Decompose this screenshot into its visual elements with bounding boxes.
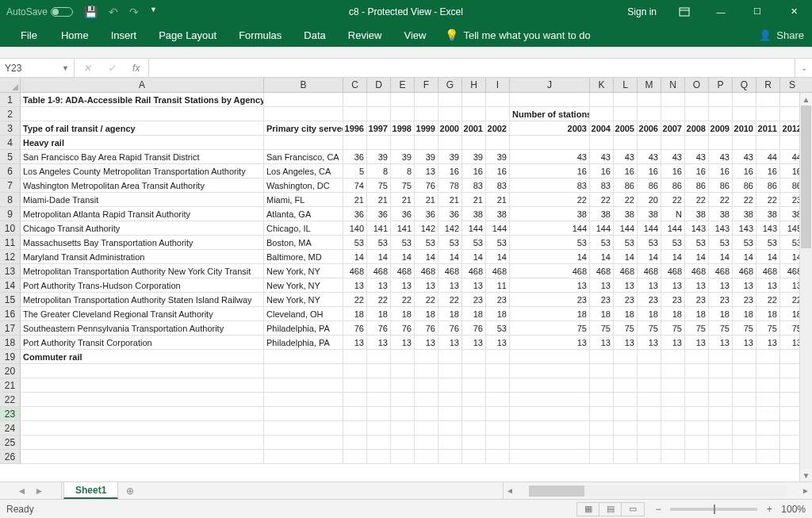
value-cell[interactable]: 76 — [367, 321, 391, 336]
city-name[interactable]: New York, NY — [264, 264, 343, 278]
cell[interactable] — [590, 136, 614, 150]
value-cell[interactable]: 36 — [415, 207, 439, 221]
value-cell[interactable]: 16 — [756, 164, 780, 178]
value-cell[interactable]: 36 — [343, 150, 367, 164]
value-cell[interactable]: 14 — [462, 250, 486, 264]
agency-name[interactable]: Miami-Dade Transit — [21, 193, 264, 207]
cell[interactable] — [486, 93, 510, 107]
cell[interactable] — [415, 350, 439, 364]
cell[interactable] — [614, 364, 638, 378]
value-cell[interactable]: 13 — [590, 336, 614, 350]
tell-me-search[interactable]: 💡 Tell me what you want to do — [445, 29, 590, 41]
value-cell[interactable]: 21 — [462, 193, 486, 207]
autosave-toggle[interactable]: AutoSave — [6, 6, 73, 17]
row-header[interactable]: 17 — [0, 321, 21, 336]
cell[interactable] — [709, 436, 733, 450]
city-name[interactable]: Baltimore, MD — [264, 250, 343, 264]
value-cell[interactable]: 142 — [439, 221, 462, 236]
cell[interactable] — [756, 364, 780, 378]
value-cell[interactable]: 468 — [709, 264, 733, 278]
value-cell[interactable]: 13 — [391, 336, 415, 350]
city-name[interactable]: Miami, FL — [264, 193, 343, 207]
cell[interactable] — [462, 364, 486, 378]
value-cell[interactable]: 144 — [486, 221, 510, 236]
col-header[interactable]: M — [638, 78, 661, 92]
cell[interactable] — [21, 107, 264, 121]
cell[interactable] — [614, 436, 638, 450]
value-cell[interactable]: 144 — [510, 221, 590, 236]
cell[interactable] — [415, 93, 439, 107]
tab-review[interactable]: Review — [337, 23, 393, 47]
cell[interactable] — [367, 93, 391, 107]
cell[interactable] — [21, 393, 264, 407]
row-header[interactable]: 13 — [0, 264, 21, 278]
agency-name[interactable]: Port Authority Trans-Hudson Corporation — [21, 278, 264, 293]
cell[interactable] — [661, 393, 685, 407]
value-cell[interactable]: 14 — [661, 250, 685, 264]
value-cell[interactable]: 83 — [510, 178, 590, 193]
cell[interactable] — [21, 378, 264, 393]
value-cell[interactable]: 75 — [614, 321, 638, 336]
scroll-thumb[interactable] — [801, 106, 811, 248]
value-cell[interactable]: 43 — [638, 150, 661, 164]
cell[interactable] — [661, 107, 685, 121]
value-cell[interactable]: 43 — [510, 150, 590, 164]
cell[interactable] — [661, 450, 685, 464]
value-cell[interactable]: 14 — [590, 250, 614, 264]
cell[interactable] — [391, 350, 415, 364]
row-header[interactable]: 10 — [0, 221, 21, 236]
cell[interactable] — [510, 364, 590, 378]
signin-button[interactable]: Sign in — [618, 6, 666, 17]
cell[interactable] — [614, 450, 638, 464]
cell[interactable] — [439, 378, 462, 393]
value-cell[interactable]: 21 — [391, 193, 415, 207]
value-cell[interactable]: 38 — [590, 207, 614, 221]
value-cell[interactable]: 13 — [685, 278, 709, 293]
value-cell[interactable]: 53 — [391, 236, 415, 250]
year-header[interactable]: 2002 — [486, 121, 510, 136]
city-name[interactable]: New York, NY — [264, 293, 343, 307]
cell[interactable] — [486, 436, 510, 450]
row-header[interactable]: 11 — [0, 236, 21, 250]
value-cell[interactable]: 18 — [733, 307, 756, 321]
city-name[interactable]: New York, NY — [264, 278, 343, 293]
value-cell[interactable]: 75 — [391, 178, 415, 193]
cell[interactable] — [638, 421, 661, 436]
cell[interactable] — [462, 407, 486, 421]
value-cell[interactable]: 75 — [661, 321, 685, 336]
value-cell[interactable]: 86 — [709, 178, 733, 193]
cell[interactable] — [614, 407, 638, 421]
value-cell[interactable]: 86 — [733, 178, 756, 193]
cell[interactable] — [343, 93, 367, 107]
value-cell[interactable]: 75 — [709, 321, 733, 336]
cell[interactable] — [590, 364, 614, 378]
value-cell[interactable]: 8 — [367, 164, 391, 178]
col-header[interactable]: R — [756, 78, 780, 92]
value-cell[interactable]: 36 — [439, 207, 462, 221]
row-header[interactable]: 4 — [0, 136, 21, 150]
cell[interactable] — [685, 107, 709, 121]
value-cell[interactable]: 86 — [614, 178, 638, 193]
cell[interactable] — [439, 107, 462, 121]
value-cell[interactable]: 144 — [614, 221, 638, 236]
value-cell[interactable]: 43 — [590, 150, 614, 164]
value-cell[interactable]: 23 — [614, 293, 638, 307]
cell[interactable] — [415, 136, 439, 150]
value-cell[interactable]: 23 — [638, 293, 661, 307]
value-cell[interactable]: 14 — [391, 250, 415, 264]
value-cell[interactable]: 36 — [343, 207, 367, 221]
value-cell[interactable]: 13 — [638, 336, 661, 350]
row-header[interactable]: 20 — [0, 364, 21, 378]
value-cell[interactable]: 16 — [709, 164, 733, 178]
row-header[interactable]: 19 — [0, 350, 21, 364]
sheet-nav-next-icon[interactable]: ► — [35, 485, 44, 497]
cell[interactable] — [486, 407, 510, 421]
cell[interactable] — [733, 364, 756, 378]
cell[interactable] — [510, 350, 590, 364]
cell[interactable] — [391, 421, 415, 436]
value-cell[interactable]: 23 — [685, 293, 709, 307]
year-header[interactable]: 1998 — [391, 121, 415, 136]
cell[interactable] — [756, 421, 780, 436]
cell[interactable] — [343, 378, 367, 393]
cell[interactable] — [343, 107, 367, 121]
